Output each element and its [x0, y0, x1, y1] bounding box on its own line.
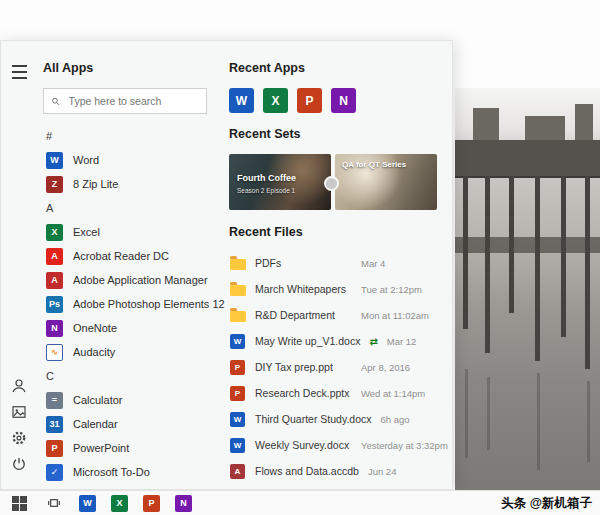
app-item-acrobat-reader[interactable]: A Acrobat Reader DC [37, 244, 231, 268]
app-item-powerpoint[interactable]: P PowerPoint [37, 436, 231, 460]
file-row-may-write-up[interactable]: W May Write up_V1.docx ⇄ Mar 12 [229, 328, 449, 354]
taskbar: W X P N 头条 @新机箱子 [0, 490, 600, 515]
photo-shape [487, 377, 490, 449]
file-name: March Whitepapers [255, 283, 346, 295]
powerpoint-tile[interactable]: P [297, 88, 322, 113]
file-date: Mon at 11:02am [361, 310, 449, 321]
sets-scroll-dot [324, 176, 339, 191]
pictures-icon [10, 403, 28, 421]
audacity-icon: ∿ [46, 344, 63, 361]
onenote-icon: N [46, 320, 63, 337]
file-row-pdfs[interactable]: PDFs Mar 4 [229, 250, 449, 276]
taskbar-powerpoint-button[interactable]: P [143, 495, 160, 512]
watermark-text: 头条 @新机箱子 [501, 495, 600, 512]
recent-sets-row: Fourth Coffee Season 2 Episode 1 QA for … [229, 154, 449, 210]
app-label: 8 Zip Lite [73, 178, 118, 190]
all-apps-panel: All Apps # W Word Z 8 Zip Lite A X Ex [37, 57, 231, 484]
powerpoint-icon: P [46, 440, 63, 457]
file-date: Jun 24 [368, 466, 456, 477]
section-letter[interactable]: # [37, 124, 231, 148]
recent-files-title: Recent Files [229, 225, 449, 243]
file-date: Wed at 1:14pm [361, 388, 449, 399]
section-letter[interactable]: A [37, 196, 231, 220]
folder-icon [230, 285, 246, 296]
app-item-microsoft-todo[interactable]: ✓ Microsoft To-Do [37, 460, 231, 484]
section-letter[interactable]: C [37, 364, 231, 388]
settings-button[interactable] [8, 427, 30, 449]
search-input[interactable] [67, 94, 199, 108]
recent-files-list: PDFs Mar 4 March Whitepapers Tue at 2:12… [229, 250, 449, 484]
gear-icon [10, 429, 28, 447]
power-icon [10, 455, 28, 473]
start-menu: All Apps # W Word Z 8 Zip Lite A X Ex [0, 40, 453, 490]
user-account-button[interactable] [8, 375, 30, 397]
app-label: Excel [73, 226, 100, 238]
access-doc-icon: A [230, 464, 245, 479]
zip-icon: Z [46, 176, 63, 193]
photo-shape [485, 176, 490, 353]
app-item-calendar[interactable]: 31 Calendar [37, 412, 231, 436]
set-card-subtitle: Season 2 Episode 1 [237, 187, 295, 194]
file-name: Third Quarter Study.docx [255, 413, 372, 425]
photo-shape [455, 140, 600, 178]
file-date: Yesterday at 3:32pm [361, 440, 449, 451]
excel-tile[interactable]: X [263, 88, 288, 113]
photoshop-icon: Ps [46, 296, 63, 313]
app-item-audacity[interactable]: ∿ Audacity [37, 340, 231, 364]
excel-icon: X [46, 224, 63, 241]
file-row-third-quarter-study[interactable]: W Third Quarter Study.docx 6h ago [229, 406, 449, 432]
start-button[interactable] [9, 493, 29, 513]
taskbar-word-button[interactable]: W [79, 495, 96, 512]
photo-shape [455, 237, 600, 253]
file-name: R&D Department [255, 309, 335, 321]
set-card-title: QA for QT Series [342, 160, 406, 169]
photo-shape [585, 176, 590, 369]
file-name: Weekly Survey.docx [255, 439, 349, 451]
file-row-march-whitepapers[interactable]: March Whitepapers Tue at 2:12pm [229, 276, 449, 302]
all-apps-title: All Apps [37, 57, 231, 79]
file-row-research-deck[interactable]: P Research Deck.pptx Wed at 1:14pm [229, 380, 449, 406]
file-row-rd-department[interactable]: R&D Department Mon at 11:02am [229, 302, 449, 328]
taskbar-excel-button[interactable]: X [111, 495, 128, 512]
set-card-fourth-coffee[interactable]: Fourth Coffee Season 2 Episode 1 [229, 154, 331, 210]
folder-icon [230, 259, 246, 270]
taskbar-onenote-button[interactable]: N [175, 495, 192, 512]
app-item-excel[interactable]: X Excel [37, 220, 231, 244]
app-item-8-zip-lite[interactable]: Z 8 Zip Lite [37, 172, 231, 196]
shared-sync-icon: ⇄ [369, 336, 377, 347]
word-doc-icon: W [230, 334, 245, 349]
power-button[interactable] [8, 453, 30, 475]
photo-shape [561, 176, 566, 337]
app-item-calculator[interactable]: = Calculator [37, 388, 231, 412]
app-label: PowerPoint [73, 442, 129, 454]
app-item-adobe-application-manager[interactable]: A Adobe Application Manager [37, 268, 231, 292]
photo-shape [575, 104, 593, 140]
app-item-photoshop-elements[interactable]: Ps Adobe Photoshop Elements 12 [37, 292, 231, 316]
powerpoint-doc-icon: P [230, 360, 245, 375]
hamburger-menu-button[interactable] [8, 61, 30, 83]
app-label: Calendar [73, 418, 118, 430]
adobe-icon: A [46, 272, 63, 289]
onenote-tile[interactable]: N [331, 88, 356, 113]
app-label: Microsoft To-Do [73, 466, 150, 478]
set-card-title: Fourth Coffee [237, 173, 296, 183]
photo-shape [525, 116, 565, 140]
app-item-word[interactable]: W Word [37, 148, 231, 172]
file-name: PDFs [255, 257, 281, 269]
word-tile[interactable]: W [229, 88, 254, 113]
file-name: Research Deck.pptx [255, 387, 350, 399]
app-label: Word [73, 154, 99, 166]
desktop: All Apps # W Word Z 8 Zip Lite A X Ex [0, 0, 600, 515]
file-name: DIY Tax prep.ppt [255, 361, 333, 373]
file-row-weekly-survey[interactable]: W Weekly Survey.docx Yesterday at 3:32pm [229, 432, 449, 458]
recent-sets-title: Recent Sets [229, 127, 449, 145]
task-view-button[interactable] [44, 493, 64, 513]
set-card-qa-for-qt-series[interactable]: QA for QT Series [335, 154, 437, 210]
file-row-flows-and-data[interactable]: A Flows and Data.accdb Jun 24 [229, 458, 449, 484]
app-label: Adobe Application Manager [73, 274, 208, 286]
search-box[interactable] [43, 88, 207, 114]
app-item-onenote[interactable]: N OneNote [37, 316, 231, 340]
file-row-diy-tax-prep[interactable]: P DIY Tax prep.ppt Apr 8, 2016 [229, 354, 449, 380]
file-date: Mar 12 [387, 336, 475, 347]
pictures-button[interactable] [8, 401, 30, 423]
